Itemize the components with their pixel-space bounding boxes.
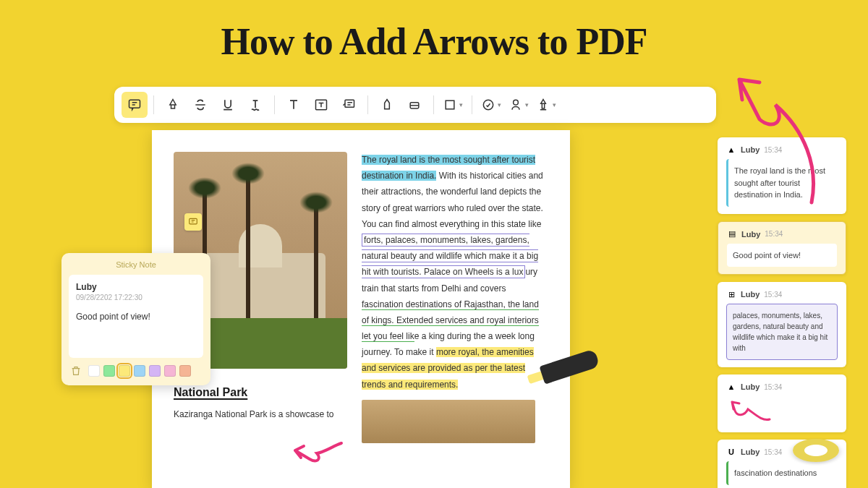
svg-point-5 bbox=[483, 100, 493, 109]
stamp-tool[interactable] bbox=[478, 92, 504, 118]
squiggly-tool[interactable] bbox=[242, 92, 268, 118]
comment-note[interactable]: ▤Luby15:34 Good point of view! bbox=[718, 221, 846, 275]
annotation-toolbar bbox=[114, 87, 716, 123]
sticky-note-title: Sticky Note bbox=[61, 260, 210, 269]
highlight-icon: ▲ bbox=[726, 382, 736, 392]
svg-rect-0 bbox=[129, 100, 140, 108]
text-tool[interactable] bbox=[281, 92, 307, 118]
signature-tool[interactable] bbox=[506, 92, 532, 118]
callout-tool[interactable] bbox=[336, 92, 362, 118]
comment-tool[interactable] bbox=[122, 92, 148, 118]
sticker-tool[interactable] bbox=[533, 92, 559, 118]
color-pink[interactable] bbox=[164, 365, 176, 377]
decorative-ring bbox=[793, 427, 839, 474]
color-white[interactable] bbox=[88, 365, 100, 377]
section-text: Kaziranga National Park is a showcase to bbox=[174, 408, 347, 421]
highlight-tool[interactable] bbox=[160, 92, 186, 118]
underline-tool[interactable] bbox=[215, 92, 241, 118]
sticky-timestamp: 09/28/2202 17:22:30 bbox=[76, 294, 196, 301]
document-page: National Park Kaziranga National Park is… bbox=[152, 130, 570, 488]
section-heading: National Park bbox=[174, 386, 347, 399]
sticky-note-popup: Sticky Note Luby 09/28/2202 17:22:30 Goo… bbox=[61, 253, 210, 385]
sticky-color-picker bbox=[61, 358, 210, 378]
decorative-arrow-small bbox=[289, 437, 347, 466]
sticky-author: Luby bbox=[76, 282, 196, 292]
underline-icon: U bbox=[726, 447, 736, 457]
svg-rect-2 bbox=[345, 100, 354, 107]
document-body-text: The royal land is the most sought after … bbox=[362, 152, 548, 488]
textbox-tool[interactable] bbox=[308, 92, 334, 118]
shape-tool[interactable] bbox=[440, 92, 466, 118]
svg-point-6 bbox=[514, 100, 519, 105]
color-purple[interactable] bbox=[149, 365, 161, 377]
document-image-animal bbox=[362, 400, 535, 443]
color-orange[interactable] bbox=[179, 365, 191, 377]
textbox-icon: ⊞ bbox=[726, 289, 736, 299]
eraser-tool[interactable] bbox=[401, 92, 427, 118]
svg-rect-4 bbox=[446, 100, 454, 109]
page-title: How to Add Arrows to PDF bbox=[0, 0, 868, 63]
comment-body: Good point of view! bbox=[727, 244, 837, 267]
decorative-arrow-large bbox=[725, 65, 826, 210]
color-yellow[interactable] bbox=[119, 365, 130, 377]
sticky-content: Good point of view! bbox=[76, 312, 196, 322]
comment-arrow[interactable]: ▲Luby15:34 bbox=[718, 374, 846, 432]
strikethrough-tool[interactable] bbox=[187, 92, 213, 118]
arrow-drawing bbox=[726, 396, 777, 425]
trash-icon[interactable] bbox=[70, 365, 82, 377]
color-green[interactable] bbox=[103, 365, 115, 377]
comment-body: palaces, monuments, lakes, gardens, natu… bbox=[726, 304, 838, 360]
comment-textbox[interactable]: ⊞Luby15:34 palaces, monuments, lakes, ga… bbox=[718, 282, 846, 367]
rectangle-annotation[interactable]: forts, palaces, monuments, lakes, garden… bbox=[362, 234, 538, 278]
note-icon: ▤ bbox=[727, 229, 737, 239]
pencil-tool[interactable] bbox=[374, 92, 400, 118]
sticky-note-marker[interactable] bbox=[184, 213, 202, 231]
svg-rect-7 bbox=[190, 218, 197, 224]
color-blue[interactable] bbox=[134, 365, 145, 377]
